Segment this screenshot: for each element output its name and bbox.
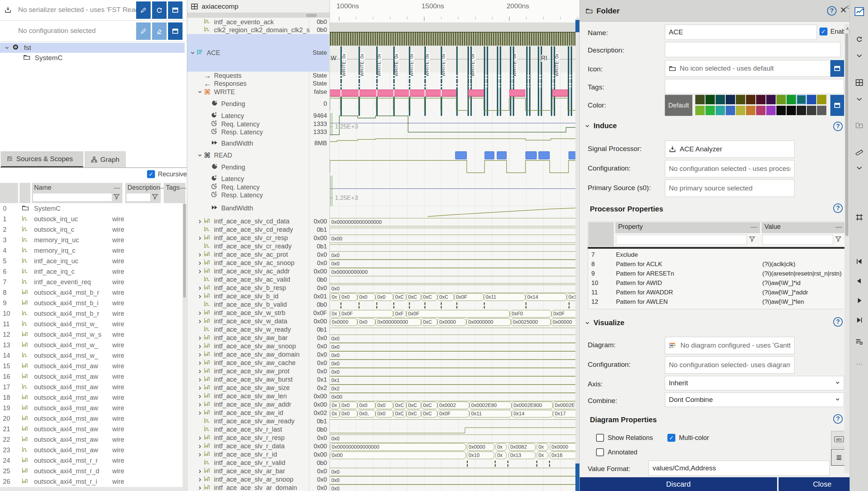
color-swatch[interactable] [787, 95, 796, 104]
color-swatch[interactable] [695, 95, 705, 104]
signal-tree-item[interactable]: BandWidth [187, 199, 329, 217]
enable-checkbox[interactable]: ✓ [819, 28, 827, 35]
icon-window-button[interactable] [830, 60, 844, 77]
chevron-right-icon[interactable] [197, 286, 202, 291]
table-row[interactable]: 16outsock_axi4_mst_awwire [0, 372, 185, 382]
signal-tree-item[interactable]: intf_ace_ace_slv_cd_data0x00 [187, 217, 329, 226]
table-row[interactable]: 18outsock_axi4_mst_awwire [0, 393, 185, 403]
configuration-pencil-button[interactable] [136, 22, 151, 40]
signal-tree-item[interactable]: intf_ace_ace_slv_r_valid0b0 [187, 459, 329, 467]
signal-tree-item[interactable]: zReq. Latency1333 [187, 120, 329, 128]
visualize-help-button[interactable]: ? [833, 317, 843, 327]
chevron-right-icon[interactable] [197, 294, 202, 299]
visualize-section-header[interactable]: Visualize [585, 319, 624, 327]
induce-help-button[interactable]: ? [833, 122, 843, 131]
chevron-right-icon[interactable] [197, 236, 202, 241]
signal-tree-item[interactable]: ←ResponsesState [187, 80, 329, 88]
left-hscrollbar[interactable] [0, 487, 187, 491]
signal-processor-field[interactable]: ACE Analyzer [665, 140, 794, 158]
table-row[interactable]: 4memory_irq_cwire [0, 246, 185, 256]
toolbar-skip-start-button[interactable] [854, 256, 865, 267]
chevron-right-icon[interactable] [197, 402, 202, 407]
wave-vscrollbar[interactable] [575, 18, 579, 491]
chevron-right-icon[interactable] [197, 377, 202, 382]
signal-tree-item[interactable]: clk2_region_clk2_domain_clk2_s0b0 [187, 26, 329, 34]
chevron-right-icon[interactable] [197, 386, 202, 391]
serializer-refresh-button[interactable] [152, 1, 167, 19]
table-row[interactable]: 21outsock_axi4_mst_awwire [0, 424, 185, 435]
color-window-button[interactable] [830, 95, 844, 116]
source-tree-item-fst[interactable]: fst [0, 43, 185, 53]
signal-tree-item[interactable]: zResp. Latency [187, 191, 329, 199]
value-format-input[interactable]: values/Cmd,Address [649, 461, 830, 476]
wave-vscrollbar-thumb[interactable] [575, 463, 579, 491]
filter-input-name[interactable] [33, 193, 112, 202]
discard-button[interactable]: Discard [580, 477, 777, 491]
color-swatch[interactable] [736, 95, 745, 104]
filter-input-description[interactable] [126, 193, 151, 202]
scroll-up-arrow[interactable]: ▲ [845, 25, 850, 31]
chevron-right-icon[interactable] [197, 319, 202, 324]
chevron-right-icon[interactable] [197, 336, 202, 341]
toolbar-refresh-button[interactable] [854, 33, 865, 45]
toolbar-prev-button[interactable] [854, 275, 865, 287]
color-swatch[interactable] [807, 106, 816, 115]
tab-graph[interactable]: Graph [85, 151, 126, 167]
configuration-window-button[interactable] [168, 22, 183, 40]
multi-color-checkbox[interactable]: ✓ [667, 434, 675, 442]
signal-tree-item[interactable]: intf_ace_ace_slv_w_strb0x0F [187, 309, 329, 317]
chevron-down-icon[interactable] [585, 320, 590, 326]
chevron-right-icon[interactable] [197, 344, 202, 349]
signal-tree-item[interactable]: intf_ace_ace_slv_aw_ready0b1 [187, 417, 329, 425]
signal-tree-item[interactable]: intf_ace_ace_slv_ar_snoop0x0 [187, 475, 329, 484]
toolbar-chevron-down-button[interactable] [854, 93, 865, 105]
column-header-tags[interactable]: Tags— [164, 183, 186, 203]
chevron-down-icon[interactable] [190, 50, 195, 55]
signal-tree-item[interactable]: intf_ace_ace_slv_r_data0x00 [187, 442, 329, 450]
table-row[interactable]: 13outsock_axi4_mst_w_wire [0, 340, 185, 351]
signal-tree-item[interactable]: ⌘READ [187, 151, 329, 160]
signal-tree-item[interactable]: intf_ace_ace_slv_ac_addr0x00 [187, 267, 329, 276]
color-swatch[interactable] [746, 95, 755, 104]
recursive-checkbox-row[interactable]: ✓Recursive [147, 170, 187, 178]
induce-configuration-field[interactable]: No configuration selected - uses process [665, 160, 794, 177]
toolbar-skip-end-button[interactable] [854, 314, 865, 326]
toolbar-frame-button[interactable] [854, 211, 865, 223]
toolbar-list-gear-button[interactable] [854, 336, 865, 348]
color-swatch[interactable] [817, 106, 826, 115]
chevron-right-icon[interactable] [197, 361, 202, 366]
toolbar-chevron-down-button[interactable] [854, 162, 865, 174]
color-swatch[interactable] [736, 106, 745, 115]
diagram-field[interactable]: No diagram configured - uses 'Gantt Dia [665, 337, 794, 354]
signal-tree-item[interactable]: BandWidth8MB [187, 136, 329, 151]
table-row[interactable]: 23outsock_axi4_mst_awwire [0, 445, 185, 456]
icon-field[interactable]: No icon selected - uses default [665, 60, 844, 77]
signal-tree-item[interactable]: intf_ace_ace_slv_aw_cache0x0 [187, 359, 329, 367]
color-swatch[interactable] [776, 106, 786, 115]
color-swatch[interactable] [766, 106, 776, 115]
chevron-right-icon[interactable] [197, 486, 202, 491]
chevron-right-icon[interactable] [197, 444, 202, 449]
toolbar-chevron-down-button[interactable] [854, 50, 865, 62]
name-input[interactable]: ACE [665, 25, 817, 40]
table-row[interactable]: 3memory_irq_ucwire [0, 235, 185, 246]
toolbar-zoom-out-button[interactable] [854, 235, 865, 246]
table-row[interactable]: 11outsock_axi4_mst_w_wire [0, 319, 185, 330]
chevron-right-icon[interactable] [197, 269, 202, 274]
table-row[interactable]: 8outsock_axi4_mst_b_rwire [0, 288, 185, 298]
recursive-checkbox[interactable]: ✓ [147, 170, 155, 178]
visualize-configuration-field[interactable]: No configuration selected- uses diagram [665, 356, 794, 374]
color-default-swatch[interactable]: Default [665, 95, 692, 116]
chevron-down-icon[interactable] [4, 45, 9, 50]
toolbar-zoom-in-button[interactable] [854, 188, 865, 200]
table-row[interactable]: 10outsock_axi4_mst_b_rwire [0, 309, 185, 319]
table-row[interactable]: 1outsock_irq_ucwire [0, 214, 185, 224]
signal-tree-item[interactable]: ⌘WRITEfalse [187, 88, 329, 96]
description-input[interactable] [665, 42, 840, 57]
show-relations-checkbox[interactable] [596, 434, 604, 442]
filter-icon[interactable] [835, 235, 842, 243]
induce-section-header[interactable]: Induce [585, 122, 617, 130]
color-swatch[interactable] [787, 106, 796, 115]
tab-sources-scopes[interactable]: Sources & Scopes [1, 151, 83, 167]
chevron-right-icon[interactable] [197, 369, 202, 374]
